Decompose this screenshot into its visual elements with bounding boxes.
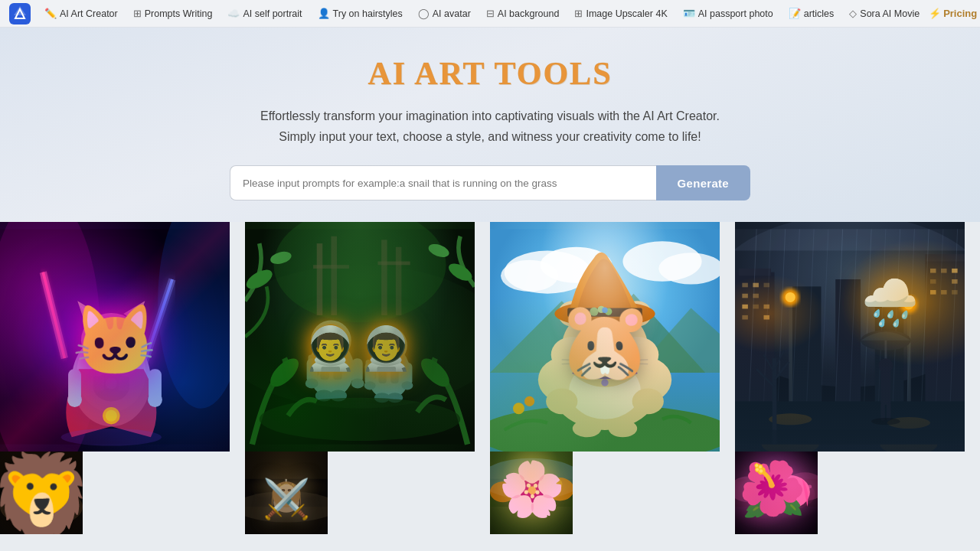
svg-line-179 — [792, 230, 799, 402]
generate-button[interactable]: Generate — [656, 165, 750, 201]
svg-point-244 — [803, 482, 805, 484]
gallery-item-2[interactable] — [245, 222, 475, 452]
prompt-area: Generate — [230, 165, 750, 201]
svg-point-99 — [551, 337, 594, 373]
svg-point-39 — [61, 429, 162, 446]
svg-point-37 — [67, 393, 82, 408]
svg-marker-91 — [562, 294, 706, 373]
svg-rect-62 — [307, 359, 318, 384]
svg-point-200 — [0, 487, 83, 528]
svg-rect-162 — [907, 308, 911, 445]
hero-section: AI ART TOOLS Effortlessly transform your… — [0, 28, 980, 222]
gallery-item-3[interactable] — [490, 222, 720, 452]
svg-point-188 — [879, 359, 893, 373]
gallery-item-8[interactable] — [735, 452, 818, 534]
svg-line-170 — [750, 230, 756, 402]
art-card-warrior-woman — [245, 452, 328, 534]
svg-rect-213 — [286, 479, 287, 500]
svg-point-55 — [311, 321, 351, 361]
svg-point-97 — [569, 362, 641, 419]
svg-point-12 — [93, 373, 129, 402]
svg-rect-143 — [764, 305, 770, 309]
nav-avatar[interactable]: ◯ AI avatar — [412, 5, 477, 22]
svg-line-194 — [775, 362, 789, 380]
svg-point-54 — [309, 341, 354, 398]
svg-rect-237 — [735, 479, 818, 507]
svg-point-102 — [622, 302, 652, 328]
svg-point-104 — [628, 305, 646, 323]
svg-marker-20 — [126, 306, 142, 321]
gallery-item-5[interactable] — [0, 452, 83, 534]
svg-rect-60 — [333, 362, 341, 380]
svg-point-26 — [102, 336, 105, 339]
svg-rect-75 — [366, 360, 376, 380]
svg-point-10 — [72, 334, 151, 427]
svg-point-105 — [578, 336, 598, 356]
svg-point-68 — [367, 346, 410, 400]
article-icon: 📝 — [789, 8, 801, 19]
prompt-input[interactable] — [230, 165, 656, 201]
svg-line-171 — [778, 230, 785, 402]
svg-rect-63 — [352, 359, 363, 384]
svg-point-221 — [288, 490, 290, 492]
nav-background[interactable]: ⊟ AI background — [480, 5, 566, 22]
gallery-row-2 — [0, 452, 980, 534]
nav-articles[interactable]: 📝 articles — [782, 5, 841, 22]
svg-point-34 — [106, 410, 117, 422]
gallery-item-4[interactable] — [735, 222, 965, 452]
svg-point-42 — [245, 266, 276, 293]
logo[interactable] — [9, 3, 31, 24]
nav-upscaler[interactable]: ⊞ Image Upscaler 4K — [568, 5, 673, 22]
nav-passport[interactable]: 🪪 AI passport photo — [677, 5, 779, 22]
svg-point-245 — [808, 485, 812, 489]
gallery-section — [0, 222, 980, 534]
svg-point-46 — [266, 354, 303, 392]
svg-point-125 — [601, 380, 608, 386]
svg-point-128 — [573, 420, 602, 438]
nav-ai-art-creator[interactable]: ✏️ AI Art Creator — [38, 5, 124, 22]
svg-rect-229 — [537, 479, 541, 492]
svg-point-86 — [541, 247, 612, 283]
svg-line-117 — [613, 360, 648, 361]
svg-point-56 — [315, 324, 347, 356]
svg-rect-74 — [390, 367, 398, 384]
svg-point-209 — [50, 487, 51, 489]
svg-point-239 — [784, 473, 818, 501]
svg-line-115 — [562, 360, 596, 361]
svg-point-168 — [769, 414, 812, 425]
svg-line-178 — [764, 230, 771, 402]
svg-point-112 — [622, 347, 626, 350]
svg-point-78 — [364, 382, 376, 390]
pricing-link[interactable]: ⚡ Pricing — [929, 8, 977, 19]
svg-rect-153 — [930, 290, 936, 295]
circle-icon: ◯ — [418, 8, 430, 19]
svg-point-133 — [735, 222, 965, 387]
svg-rect-197 — [735, 230, 965, 251]
svg-point-123 — [605, 308, 612, 315]
svg-rect-190 — [887, 403, 891, 421]
svg-marker-90 — [490, 302, 634, 373]
svg-line-175 — [893, 230, 900, 402]
svg-rect-227 — [524, 479, 539, 490]
art-card-fantasy-girl — [490, 452, 573, 534]
person-icon: 👤 — [318, 8, 330, 19]
svg-marker-18 — [123, 302, 145, 323]
svg-point-185 — [861, 331, 911, 350]
pricing-icon: ⚡ — [929, 8, 941, 19]
nav-self-portrait[interactable]: ☁️ AI self portrait — [221, 5, 308, 22]
svg-point-13 — [106, 378, 117, 390]
nav-sora[interactable]: ◇ Sora AI Movie — [843, 5, 926, 22]
gallery-item-7[interactable] — [490, 452, 573, 534]
svg-point-236 — [547, 478, 562, 491]
svg-point-5 — [158, 222, 230, 409]
nav-hairstyles[interactable]: 👤 Try on hairstyles — [312, 5, 409, 22]
svg-point-233 — [533, 499, 537, 502]
nav-prompts-writing[interactable]: ⊞ Prompts Writing — [127, 5, 219, 22]
svg-point-121 — [590, 308, 598, 316]
gallery-item-6[interactable] — [245, 452, 328, 534]
gallery-item-1[interactable] — [0, 222, 230, 452]
svg-line-176 — [922, 230, 929, 402]
svg-point-224 — [490, 482, 516, 503]
svg-point-252 — [766, 497, 769, 500]
svg-point-248 — [782, 490, 786, 494]
